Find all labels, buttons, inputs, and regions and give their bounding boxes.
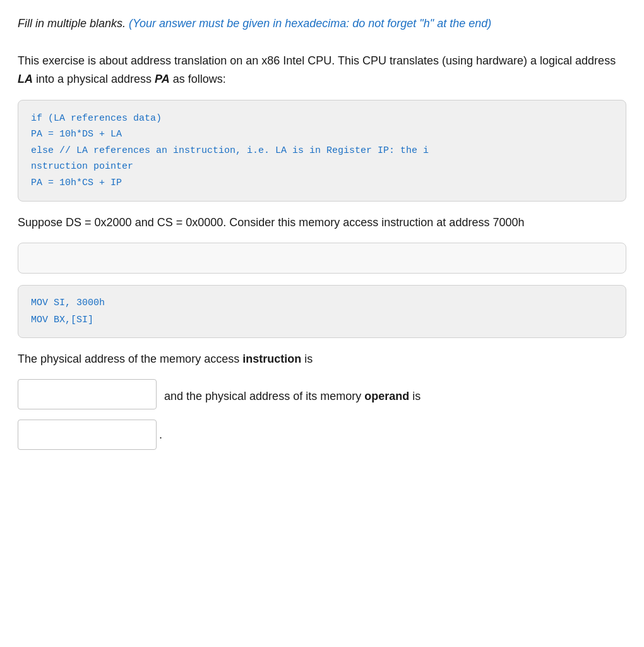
suppose-paragraph: Suppose DS = 0x2000 and CS = 0x0000. Con… xyxy=(18,214,626,231)
blue-note: (Your answer must be given in hexadecima… xyxy=(129,17,491,30)
answer-row-1: and the physical address of its memory o… xyxy=(18,379,626,409)
suppose-text: Suppose DS = 0x2000 and CS = 0x0000. Con… xyxy=(18,216,524,229)
code-block-algorithm: if (LA references data) PA = 10h*DS + LA… xyxy=(18,100,626,202)
mov-line-1: MOV SI, 3000h xyxy=(31,294,613,311)
question-part1-bold: instruction xyxy=(242,353,301,365)
question-part1-suffix: is xyxy=(301,353,313,365)
code-line-4: nstruction pointer xyxy=(31,159,613,175)
text-input[interactable] xyxy=(27,251,617,265)
italic-prefix: Fill in multiple blanks. xyxy=(18,17,126,30)
question-part2-prefix: and the physical address of its memory xyxy=(164,388,361,405)
question-part2-bold: operand xyxy=(364,388,409,405)
answer-row-2: . xyxy=(18,420,626,450)
intro-paragraph: This exercise is about address translati… xyxy=(18,52,626,88)
code-line-3: else // LA references an instruction, i.… xyxy=(31,143,613,159)
question-part1-prefix: The physical address of the memory acces… xyxy=(18,353,242,365)
question-part2-suffix: is xyxy=(412,388,420,405)
period: . xyxy=(159,426,162,444)
answer-input-1[interactable] xyxy=(18,379,157,409)
code-line-2: PA = 10h*DS + LA xyxy=(31,126,613,143)
code-line-1: if (LA references data) xyxy=(31,111,613,127)
text-input-area[interactable] xyxy=(18,243,626,274)
code-line-5: PA = 10h*CS + IP xyxy=(31,175,613,191)
question-instruction-section: The physical address of the memory acces… xyxy=(18,351,626,368)
answer-input-2[interactable] xyxy=(18,420,157,450)
mov-line-2: MOV BX,[SI] xyxy=(31,311,613,329)
code-block-mov: MOV SI, 3000h MOV BX,[SI] xyxy=(18,285,626,338)
answer-1-label: and the physical address of its memory o… xyxy=(164,384,420,405)
instruction-line: Fill in multiple blanks. (Your answer mu… xyxy=(18,15,626,32)
